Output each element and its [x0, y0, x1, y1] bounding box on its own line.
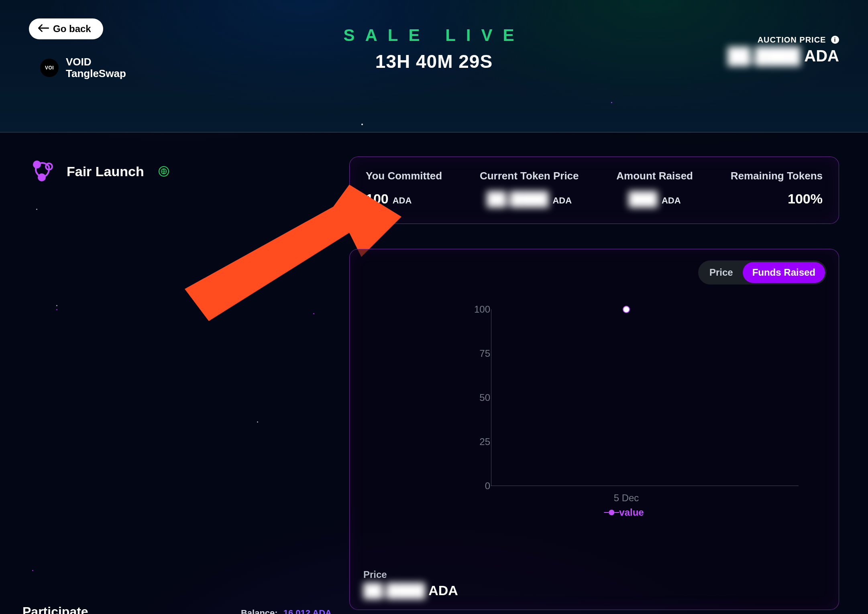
go-back-label: Go back	[53, 23, 91, 35]
stat-value: 100%	[731, 191, 823, 207]
y-tick: 75	[479, 348, 490, 359]
toggle-price[interactable]: Price	[700, 262, 743, 283]
stats-card: You Committed 100 ADA Current Token Pric…	[349, 157, 839, 224]
stat-value: ███ ADA	[616, 191, 693, 207]
stat-label: You Committed	[366, 170, 442, 182]
sale-banner: Go back VOI VOID TangleSwap SALE LIVE 13…	[0, 0, 868, 132]
auction-price: AUCTION PRICE i ██.████ ADA	[728, 35, 839, 65]
project-name: TangleSwap	[66, 68, 126, 79]
legend-marker-icon	[609, 510, 614, 515]
participate-title: Participate	[22, 604, 88, 614]
y-tick: 0	[485, 480, 490, 492]
stat-amount-raised: Amount Raised ███ ADA	[616, 170, 693, 207]
stat-remaining-tokens: Remaining Tokens 100%	[731, 170, 823, 207]
info-icon[interactable]: i	[831, 36, 839, 44]
chart-y-axis: 100 75 50 25 0	[446, 309, 490, 486]
token-badge: VOI VOID TangleSwap	[40, 56, 126, 79]
stat-current-price: Current Token Price ██.████ ADA	[480, 170, 579, 207]
auction-price-label: AUCTION PRICE i	[728, 35, 839, 45]
stat-value: 100 ADA	[366, 191, 442, 207]
chart-legend: value	[609, 507, 644, 518]
toggle-funds-raised[interactable]: Funds Raised	[743, 262, 825, 283]
globe-icon[interactable]	[159, 166, 169, 177]
stat-label: Current Token Price	[480, 170, 579, 182]
price-footer-value: ██.████ ADA	[363, 583, 458, 598]
fair-launch-icon	[29, 157, 57, 186]
chart-panel: Price Funds Raised 100 75 50 25 0 5 Dec …	[349, 249, 839, 610]
y-axis-line	[491, 309, 491, 486]
y-tick: 50	[479, 392, 490, 403]
arrow-left-icon	[38, 23, 49, 35]
stat-value: ██.████ ADA	[480, 191, 579, 207]
token-logo-icon: VOI	[40, 59, 59, 77]
chart-toggle: Price Funds Raised	[698, 260, 827, 285]
go-back-button[interactable]: Go back	[29, 18, 103, 39]
sale-status: SALE LIVE 13H 40M 29S	[343, 26, 524, 72]
y-tick: 25	[479, 436, 490, 447]
balance-display: Balance: 16,012 ADA	[241, 608, 332, 614]
participate-panel: Participate Balance: 16,012 ADA	[22, 604, 332, 614]
y-tick: 100	[474, 304, 490, 315]
stat-label: Amount Raised	[616, 170, 693, 182]
legend-label: value	[619, 507, 644, 518]
launch-title: Fair Launch	[67, 164, 144, 179]
countdown-timer: 13H 40M 29S	[343, 51, 524, 72]
x-tick: 5 Dec	[614, 492, 639, 504]
chart-price-footer: Price ██.████ ADA	[363, 569, 458, 598]
auction-price-value: ██.████ ADA	[728, 47, 839, 65]
price-footer-label: Price	[363, 569, 458, 580]
chart-data-point	[623, 307, 629, 312]
stat-label: Remaining Tokens	[731, 170, 823, 182]
stat-you-committed: You Committed 100 ADA	[366, 170, 442, 207]
chart-area: 100 75 50 25 0 5 Dec value	[454, 309, 799, 510]
sale-live-label: SALE LIVE	[343, 26, 524, 45]
token-symbol: VOID	[66, 56, 126, 68]
x-axis-line	[491, 486, 799, 486]
main: Fair Launch You Committed 100 ADA Curren…	[0, 132, 868, 209]
